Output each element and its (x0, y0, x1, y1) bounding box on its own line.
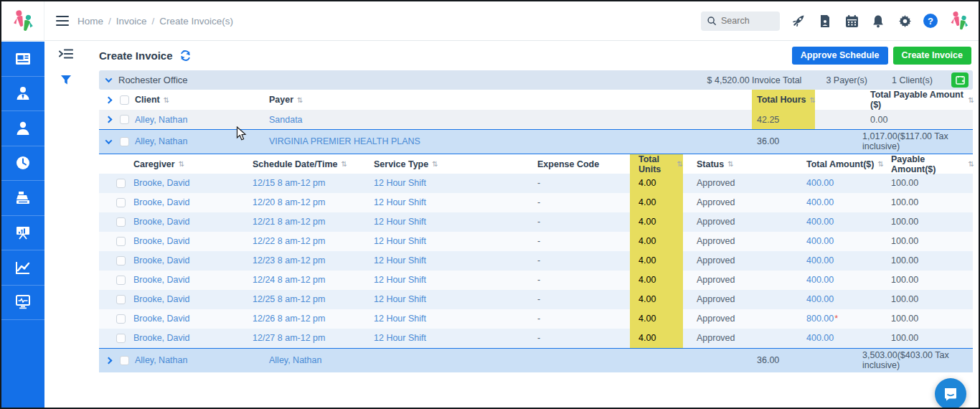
sidebar-item-monitoring[interactable] (1, 286, 44, 321)
caregiver-link[interactable]: Brooke, David (133, 174, 253, 193)
row-checkbox[interactable] (120, 137, 129, 146)
schedule-datetime-link[interactable]: 12/15 8 am-12 pm (253, 174, 374, 193)
hamburger-menu-icon[interactable] (56, 14, 69, 29)
service-type-link[interactable]: 12 Hour Shift (374, 232, 537, 251)
col-header-caregiver[interactable]: Caregiver⇅ (133, 154, 253, 174)
col-header-service-type[interactable]: Service Type⇅ (374, 154, 537, 174)
col-header-status[interactable]: Status⇅ (683, 154, 806, 174)
schedule-row[interactable]: Brooke, David 12/27 8 am-12 pm 12 Hour S… (99, 329, 973, 348)
caregiver-link[interactable]: Brooke, David (133, 290, 253, 309)
sidebar-item-dashboard[interactable] (1, 42, 44, 77)
schedule-datetime-link[interactable]: 12/21 8 am-12 pm (253, 212, 374, 232)
help-icon[interactable]: ? (923, 14, 938, 28)
schedule-row[interactable]: Brooke, David 12/25 8 am-12 pm 12 Hour S… (99, 290, 973, 309)
sidebar-item-clients[interactable] (1, 111, 44, 146)
expand-all-icon[interactable] (105, 96, 112, 103)
settings-gear-icon[interactable] (897, 13, 913, 29)
payer-name-link[interactable]: VIRGINIA PREMIER HEALTH PLANS (269, 130, 752, 154)
client-row-alley-nathan[interactable]: Alley, Nathan Alley, Nathan 36.00 3,503.… (99, 348, 973, 372)
collapse-menu-icon[interactable] (59, 48, 73, 62)
caregiver-link[interactable]: Brooke, David (133, 271, 253, 290)
sidebar-item-analytics[interactable] (1, 250, 44, 286)
col-header-total-hours[interactable]: Total Hours⇅ (752, 90, 862, 110)
col-header-payable-amount[interactable]: Payable Amount($)⇅ (891, 154, 974, 174)
client-name-link[interactable]: Alley, Nathan (135, 110, 269, 129)
rocket-icon[interactable] (791, 13, 806, 29)
service-type-link[interactable]: 12 Hour Shift (374, 329, 537, 348)
schedule-row[interactable]: Brooke, David 12/22 8 am-12 pm 12 Hour S… (99, 232, 973, 251)
caregiver-link[interactable]: Brooke, David (133, 309, 253, 329)
user-avatar-logo[interactable] (948, 10, 970, 32)
col-header-total-payable[interactable]: Total Payable Amount ($)⇅ (862, 90, 974, 110)
row-checkbox[interactable] (116, 198, 126, 207)
total-amount-link[interactable]: 400.00 (806, 333, 834, 343)
row-checkbox[interactable] (116, 314, 126, 324)
collapse-group-icon[interactable] (105, 75, 113, 83)
schedule-datetime-link[interactable]: 12/25 8 am-12 pm (253, 290, 374, 309)
collapse-row-icon[interactable] (105, 137, 112, 144)
sidebar-item-schedules[interactable] (1, 146, 44, 182)
schedule-row[interactable]: Brooke, David 12/26 8 am-12 pm 12 Hour S… (99, 309, 973, 329)
col-header-total-units[interactable]: Total Units⇅ (630, 154, 683, 174)
caregiver-link[interactable]: Brooke, David (133, 212, 253, 232)
sidebar-item-caregivers[interactable] (1, 77, 44, 112)
row-checkbox[interactable] (116, 295, 126, 304)
row-checkbox[interactable] (116, 217, 126, 227)
col-header-payer[interactable]: Payer⇅ (269, 90, 752, 110)
schedule-row[interactable]: Brooke, David 12/15 8 am-12 pm 12 Hour S… (99, 174, 973, 193)
add-schedule-button[interactable] (951, 72, 969, 88)
schedule-row[interactable]: Brooke, David 12/20 8 am-12 pm 12 Hour S… (99, 193, 973, 212)
total-amount-link[interactable]: 400.00 (806, 197, 834, 207)
total-amount-link[interactable]: 400.00 (806, 294, 834, 304)
calendar-icon[interactable] (844, 13, 859, 29)
row-checkbox[interactable] (116, 237, 126, 246)
row-checkbox[interactable] (116, 334, 126, 343)
service-type-link[interactable]: 12 Hour Shift (374, 193, 537, 212)
col-header-datetime[interactable]: Schedule Date/Time⇅ (253, 154, 374, 174)
schedule-datetime-link[interactable]: 12/27 8 am-12 pm (253, 329, 374, 348)
caregiver-link[interactable]: Brooke, David (133, 193, 253, 212)
office-name[interactable]: Rochester Office (118, 75, 188, 85)
col-header-total-amount[interactable]: Total Amount($)⇅ (806, 154, 891, 174)
expand-row-icon[interactable] (105, 116, 112, 123)
schedule-datetime-link[interactable]: 12/24 8 am-12 pm (253, 271, 374, 290)
payer-name-link[interactable]: Alley, Nathan (269, 349, 752, 372)
breadcrumb-home[interactable]: Home (77, 16, 103, 27)
client-row-virginia-premier[interactable]: Alley, Nathan VIRGINIA PREMIER HEALTH PL… (99, 129, 973, 154)
payer-name-link[interactable]: Sandata (269, 110, 752, 129)
select-all-checkbox[interactable] (120, 95, 129, 105)
schedule-datetime-link[interactable]: 12/22 8 am-12 pm (253, 232, 374, 251)
row-checkbox[interactable] (120, 115, 129, 124)
total-amount-link[interactable]: 400.00 (806, 178, 834, 188)
total-amount-link[interactable]: 400.00 (806, 275, 834, 285)
client-row-sandata[interactable]: Alley, Nathan Sandata 42.25 0.00 (99, 110, 973, 129)
row-checkbox[interactable] (120, 356, 129, 365)
schedule-row[interactable]: Brooke, David 12/21 8 am-12 pm 12 Hour S… (99, 212, 973, 232)
expand-row-icon[interactable] (105, 357, 112, 364)
sidebar-item-reports[interactable] (1, 216, 44, 251)
total-amount-link[interactable]: 400.00 (806, 217, 834, 227)
search-input[interactable] (721, 16, 771, 26)
col-header-client[interactable]: Client⇅ (135, 90, 269, 110)
approve-schedule-button[interactable]: Approve Schedule (792, 47, 888, 65)
service-type-link[interactable]: 12 Hour Shift (374, 309, 537, 329)
total-amount-link[interactable]: 400.00 (806, 236, 834, 246)
caregiver-link[interactable]: Brooke, David (133, 232, 253, 251)
row-checkbox[interactable] (116, 276, 126, 285)
schedule-row[interactable]: Brooke, David 12/23 8 am-12 pm 12 Hour S… (99, 251, 973, 271)
schedule-datetime-link[interactable]: 12/26 8 am-12 pm (253, 309, 374, 329)
refresh-icon[interactable] (179, 50, 192, 62)
total-amount-link[interactable]: 400.00 (806, 255, 834, 265)
caregiver-link[interactable]: Brooke, David (133, 329, 253, 348)
schedule-row[interactable]: Brooke, David 12/24 8 am-12 pm 12 Hour S… (99, 271, 973, 290)
schedule-datetime-link[interactable]: 12/23 8 am-12 pm (253, 251, 374, 271)
sidebar-item-billing[interactable] (1, 181, 44, 216)
app-logo[interactable] (1, 1, 44, 40)
service-type-link[interactable]: 12 Hour Shift (374, 290, 537, 309)
client-name-link[interactable]: Alley, Nathan (135, 349, 269, 372)
service-type-link[interactable]: 12 Hour Shift (374, 212, 537, 232)
client-name-link[interactable]: Alley, Nathan (135, 130, 269, 154)
create-invoice-button[interactable]: Create Invoice (893, 47, 971, 65)
service-type-link[interactable]: 12 Hour Shift (374, 271, 537, 290)
contact-document-icon[interactable] (817, 13, 833, 29)
